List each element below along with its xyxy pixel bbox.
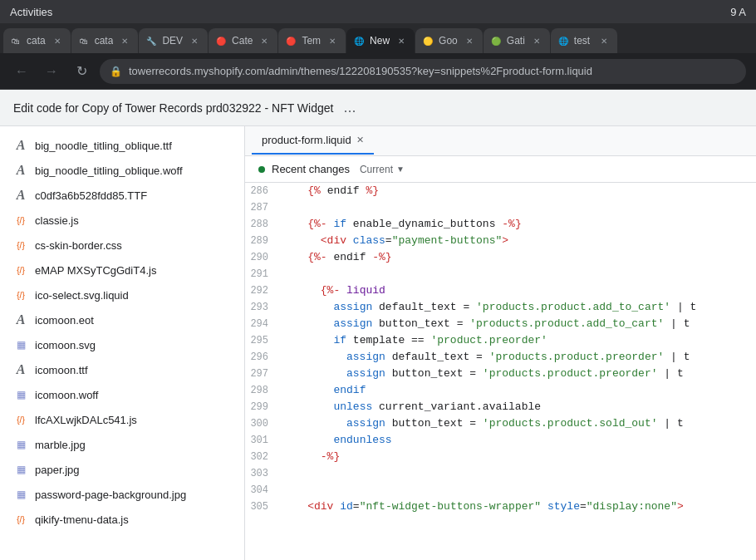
tab-label-tab-cate: Cate — [232, 35, 253, 47]
line-code[interactable]: {% endif %} — [282, 183, 756, 199]
line-number: 290 — [245, 249, 282, 266]
line-code[interactable] — [282, 199, 756, 216]
file-item[interactable]: {/}lfcAXLwjkDALc541.js — [0, 407, 244, 432]
browser-nav-bar: ← → ↻ 🔒 towerrecords.myshopify.com/admin… — [0, 53, 756, 90]
file-item[interactable]: Aicomoon.ttf — [0, 357, 244, 382]
tab-close-tab-test[interactable]: ✕ — [597, 34, 611, 47]
browser-tab-tab-new[interactable]: 🌐New✕ — [346, 28, 415, 53]
code-line: 290 {%- endif -%} — [245, 249, 756, 266]
tab-favicon-tab-goo: 🟡 — [422, 35, 434, 47]
reload-button[interactable]: ↻ — [70, 60, 93, 83]
line-code[interactable]: unless current_variant.available — [282, 399, 756, 415]
file-item[interactable]: Aicomoon.eot — [0, 307, 244, 332]
file-type-icon: {/} — [13, 412, 28, 427]
line-number: 295 — [245, 332, 282, 349]
file-item[interactable]: {/}ico-select.svg.liquid — [0, 282, 244, 307]
line-number: 297 — [245, 366, 282, 382]
file-name-label: big_noodle_titling_oblique.woff — [35, 165, 183, 177]
tab-label-tab-cata-2: cata — [95, 35, 114, 47]
file-item[interactable]: {/}classie.js — [0, 208, 244, 233]
file-item[interactable]: ▦marble.jpg — [0, 432, 244, 457]
line-code[interactable]: assign default_text = 'products.product.… — [282, 349, 756, 366]
file-type-icon: {/} — [13, 263, 28, 278]
workspace-menu-button[interactable]: ... — [343, 99, 356, 116]
file-item[interactable]: ▦icomoon.svg — [0, 332, 244, 357]
file-name-label: icomoon.svg — [35, 339, 96, 351]
browser-tab-tab-test[interactable]: 🌐test✕ — [551, 28, 617, 53]
tab-close-tab-gati[interactable]: ✕ — [530, 34, 543, 47]
file-name-label: paper.jpg — [35, 464, 80, 476]
line-code[interactable]: endif — [282, 382, 756, 399]
current-dropdown-icon[interactable]: ▼ — [396, 165, 405, 174]
code-line: 302 -%} — [245, 449, 756, 465]
tab-favicon-tab-cata-1: 🛍 — [10, 35, 22, 47]
file-item[interactable]: ▦paper.jpg — [0, 457, 244, 482]
tab-close-tab-dev[interactable]: ✕ — [188, 34, 201, 47]
line-number: 293 — [245, 299, 282, 316]
tab-label-tab-cata-1: cata — [27, 35, 46, 47]
line-code[interactable]: -%} — [282, 449, 756, 465]
browser-tab-tab-tem[interactable]: 🔴Tem✕ — [278, 28, 346, 53]
file-name-label: eMAP MXSyTCgGdiT4.js — [35, 264, 156, 277]
recent-changes-current[interactable]: Current ▼ — [360, 164, 405, 175]
file-type-icon: A — [13, 362, 28, 377]
line-code[interactable]: {%- endif -%} — [282, 249, 756, 266]
tab-close-tab-cata-2[interactable]: ✕ — [118, 34, 131, 47]
line-code[interactable]: {%- if enable_dynamic_buttons -%} — [282, 216, 756, 233]
tab-close-tab-new[interactable]: ✕ — [395, 34, 408, 47]
line-code[interactable] — [282, 266, 756, 282]
line-code[interactable]: <div id="nft-widget-buttons-wrapper" sty… — [282, 499, 756, 515]
browser-tab-tab-dev[interactable]: 🔧DEV✕ — [139, 28, 208, 53]
editor-tab-product-form[interactable]: product-form.liquid ✕ — [252, 128, 374, 155]
file-item[interactable]: Ac0df3a6b528fdd85.TTF — [0, 183, 244, 208]
browser-tab-tab-goo[interactable]: 🟡Goo✕ — [415, 28, 483, 53]
tab-favicon-tab-test: 🌐 — [557, 35, 569, 47]
file-item[interactable]: ▦icomoon.woff — [0, 382, 244, 407]
tab-label-tab-dev: DEV — [162, 35, 183, 47]
line-code[interactable] — [282, 482, 756, 499]
line-code[interactable]: if template == 'product.preorder' — [282, 332, 756, 349]
line-number: 301 — [245, 432, 282, 449]
browser-tab-tab-cata-2[interactable]: 🛍cata✕ — [71, 28, 139, 53]
address-bar[interactable]: 🔒 towerrecords.myshopify.com/admin/theme… — [100, 59, 746, 84]
line-code[interactable]: <div class="payment-buttons"> — [282, 233, 756, 249]
tab-close-tab-cata-1[interactable]: ✕ — [51, 34, 64, 47]
file-item[interactable]: Abig_noodle_titling_oblique.woff — [0, 158, 244, 183]
file-name-label: icomoon.eot — [35, 314, 94, 327]
line-code[interactable]: assign button_text = 'products.product.s… — [282, 415, 756, 432]
line-code[interactable]: assign button_text = 'products.product.p… — [282, 366, 756, 382]
file-type-icon: ▦ — [13, 437, 28, 452]
line-code[interactable] — [282, 465, 756, 482]
forward-button[interactable]: → — [40, 60, 63, 83]
tab-close-tab-tem[interactable]: ✕ — [326, 34, 339, 47]
recent-changes-dot — [258, 166, 265, 173]
line-code[interactable]: endunless — [282, 432, 756, 449]
file-item[interactable]: Abig_noodle_titling_oblique.ttf — [0, 133, 244, 158]
tab-label-tab-tem: Tem — [302, 35, 321, 47]
file-item[interactable]: {/}eMAP MXSyTCgGdiT4.js — [0, 258, 244, 282]
code-line: 295 if template == 'product.preorder' — [245, 332, 756, 349]
line-code[interactable]: assign button_text = 'products.product.a… — [282, 316, 756, 332]
code-editor[interactable]: 286 {% endif %}287 288 {%- if enable_dyn… — [245, 183, 756, 560]
browser-tab-tab-cate[interactable]: 🔴Cate✕ — [209, 28, 277, 53]
tab-favicon-tab-cata-2: 🛍 — [78, 35, 90, 47]
file-item[interactable]: ▦password-page-background.jpg — [0, 482, 244, 507]
browser-tab-tab-cata-1[interactable]: 🛍cata✕ — [3, 28, 71, 53]
file-type-icon: ▦ — [13, 487, 28, 502]
url-text: towerrecords.myshopify.com/admin/themes/… — [129, 65, 592, 77]
security-icon: 🔒 — [110, 66, 122, 77]
line-code[interactable]: {%- liquid — [282, 282, 756, 299]
tab-close-tab-cate[interactable]: ✕ — [258, 34, 271, 47]
editor-tab-bar: product-form.liquid ✕ — [245, 126, 756, 156]
tab-favicon-tab-new: 🌐 — [353, 35, 365, 47]
back-button[interactable]: ← — [10, 60, 33, 83]
browser-tab-tab-gati[interactable]: 🟢Gati✕ — [484, 28, 550, 53]
line-code[interactable]: assign default_text = 'products.product.… — [282, 299, 756, 316]
file-item[interactable]: {/}cs-skin-border.css — [0, 233, 244, 258]
tab-close-tab-goo[interactable]: ✕ — [463, 34, 476, 47]
tab-label-tab-goo: Goo — [439, 35, 458, 47]
activities-label[interactable]: Activities — [10, 6, 52, 18]
file-item[interactable]: {/}qikify-tmenu-data.js — [0, 507, 244, 532]
tab-label-tab-new: New — [370, 35, 390, 47]
editor-tab-close-icon[interactable]: ✕ — [356, 135, 364, 145]
